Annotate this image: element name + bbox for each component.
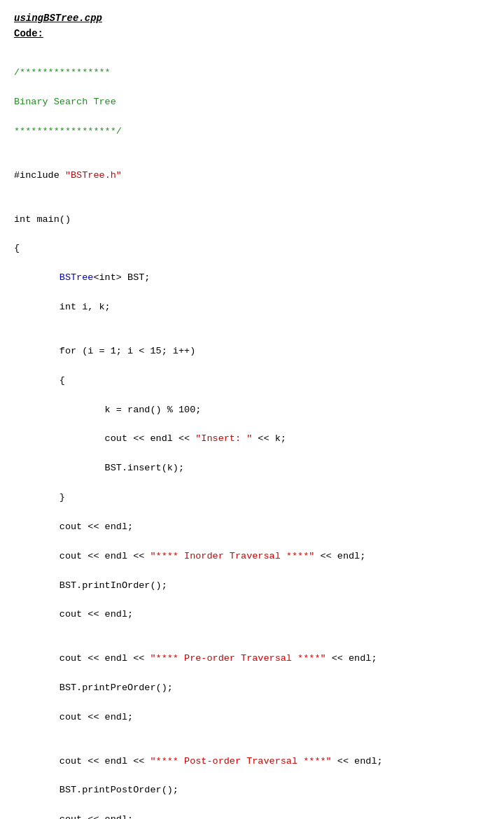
code-label: Code: [14, 27, 490, 42]
file-header: usingBSTree.cpp Code: [14, 11, 490, 41]
file-title: usingBSTree.cpp [14, 11, 490, 27]
code-block: /**************** Binary Search Tree ***… [14, 51, 490, 819]
